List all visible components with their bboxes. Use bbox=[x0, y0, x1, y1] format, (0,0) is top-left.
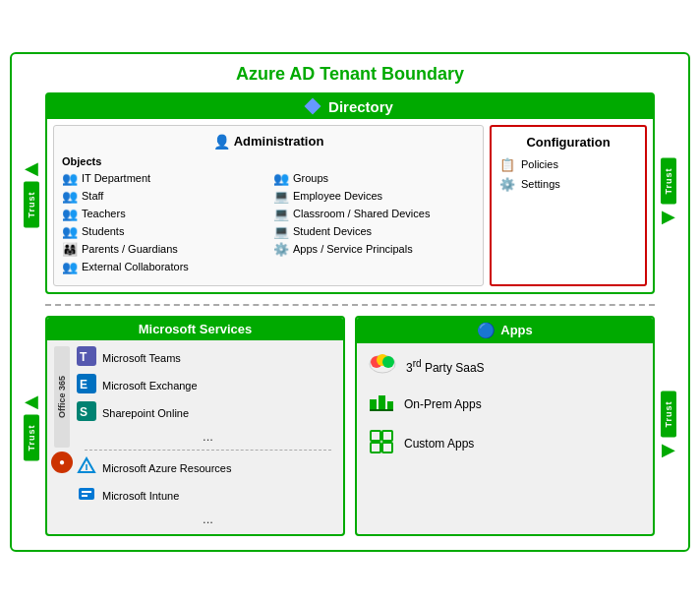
list-item: On-Prem Apps bbox=[369, 392, 641, 418]
list-item: 3rd Party SaaS bbox=[369, 353, 641, 380]
svg-rect-18 bbox=[370, 409, 393, 411]
diamond-icon bbox=[305, 98, 321, 115]
list-item: Custom Apps bbox=[369, 430, 641, 458]
left-trust-bottom: ◀ Trust bbox=[24, 391, 39, 460]
admin-col-1: 👥 IT Department 👥 Staff 👥 Teachers bbox=[62, 171, 263, 277]
apps-box: 🔵 Apps 3rd Party SaaS bbox=[355, 316, 655, 536]
list-item: E Microsoft Exchange bbox=[77, 374, 339, 397]
list-item: Microsoft Intune bbox=[77, 484, 339, 508]
staff-icon: 👥 bbox=[62, 189, 78, 204]
list-item: 💻 Student Devices bbox=[273, 224, 475, 239]
custom-apps-label: Custom Apps bbox=[404, 437, 474, 451]
objects-label: Objects bbox=[62, 155, 475, 167]
right-trust-dir: Trust ▶ bbox=[661, 157, 676, 227]
svg-rect-9 bbox=[82, 491, 91, 493]
emp-devices-icon: 💻 bbox=[273, 189, 289, 204]
directory-box: Directory 👤 Administration Objects 👥 IT bbox=[45, 92, 655, 294]
list-item: 👥 Students bbox=[62, 224, 263, 239]
tenant-title: Azure AD Tenant Boundary bbox=[26, 64, 674, 85]
list-item: ⚙️ Apps / Service Principals bbox=[273, 242, 475, 257]
ms-divider bbox=[85, 450, 331, 451]
left-trust-dir: ◀ Trust bbox=[24, 157, 39, 227]
intune-icon bbox=[77, 484, 96, 508]
main-container: Azure AD Tenant Boundary ◀ Trust Trust ▶… bbox=[10, 52, 690, 552]
apps-content: 3rd Party SaaS On-Prem Apps bbox=[357, 343, 653, 480]
it-dept-icon: 👥 bbox=[62, 171, 78, 186]
left-arrow-bottom: ◀ bbox=[25, 391, 38, 412]
saas-icon bbox=[369, 353, 396, 380]
teams-icon: T bbox=[77, 346, 96, 370]
trust-badge-right-bottom: Trust bbox=[661, 391, 676, 437]
svg-text:S: S bbox=[80, 405, 88, 419]
settings-icon: ⚙️ bbox=[499, 177, 515, 192]
teachers-icon: 👥 bbox=[62, 207, 78, 221]
trust-badge-left-bottom: Trust bbox=[24, 414, 39, 460]
svg-text:E: E bbox=[80, 378, 88, 392]
list-item: 👥 External Collaborators bbox=[62, 260, 263, 274]
external-icon: 👥 bbox=[62, 260, 78, 274]
trust-badge-left-dir: Trust bbox=[24, 181, 39, 227]
groups-icon: 👥 bbox=[273, 171, 289, 186]
svg-rect-19 bbox=[371, 431, 380, 441]
list-item: T Microsoft Teams bbox=[77, 346, 339, 370]
admin-icon: 👤 bbox=[213, 134, 230, 150]
parents-icon: 👨‍👩‍👧 bbox=[62, 242, 78, 257]
ms-dots-2: ... bbox=[77, 512, 339, 526]
office365-section: Office 365 ● bbox=[51, 346, 73, 528]
ms-items: T Microsoft Teams E Microsoft Exchange bbox=[77, 346, 339, 528]
list-item: 👥 Teachers bbox=[62, 207, 263, 221]
admin-col-2: 👥 Groups 💻 Employee Devices 💻 Classroom … bbox=[273, 171, 475, 277]
svg-rect-10 bbox=[82, 495, 88, 497]
list-item: 👨‍👩‍👧 Parents / Guardians bbox=[62, 242, 263, 257]
directory-header: Directory bbox=[47, 94, 653, 119]
directory-content: 👤 Administration Objects 👥 IT Department… bbox=[47, 119, 653, 292]
list-item: 💻 Classroom / Shared Devices bbox=[273, 207, 475, 221]
admin-box: 👤 Administration Objects 👥 IT Department… bbox=[53, 125, 484, 286]
apps-svc-icon: ⚙️ bbox=[273, 242, 289, 257]
custom-apps-icon bbox=[369, 430, 394, 458]
svg-rect-8 bbox=[79, 488, 94, 500]
policies-item: 📋 Policies bbox=[499, 157, 637, 172]
apps-header: 🔵 Apps bbox=[357, 318, 653, 343]
svg-rect-20 bbox=[382, 431, 392, 441]
svg-point-14 bbox=[382, 356, 394, 368]
directory-label: Directory bbox=[328, 98, 393, 115]
admin-columns: 👥 IT Department 👥 Staff 👥 Teachers bbox=[62, 171, 475, 277]
config-box: Configuration 📋 Policies ⚙️ Settings bbox=[490, 125, 647, 286]
openshift-icon: ● bbox=[51, 452, 73, 473]
ms-dots-1: ... bbox=[77, 429, 339, 444]
list-item: 👥 IT Department bbox=[62, 171, 263, 186]
svg-rect-22 bbox=[382, 443, 392, 452]
bottom-row: Microsoft Services Office 365 ● T bbox=[45, 316, 655, 536]
policies-icon: 📋 bbox=[499, 157, 515, 172]
trust-badge-right-dir: Trust bbox=[661, 157, 676, 204]
apps-header-icon: 🔵 bbox=[477, 322, 496, 339]
list-item: Microsoft Azure Resources bbox=[77, 456, 339, 480]
ms-header: Microsoft Services bbox=[47, 318, 343, 340]
list-item: 👥 Staff bbox=[62, 189, 263, 204]
settings-item: ⚙️ Settings bbox=[499, 177, 637, 192]
student-dev-icon: 💻 bbox=[273, 224, 289, 239]
config-title: Configuration bbox=[499, 135, 637, 150]
classroom-icon: 💻 bbox=[273, 207, 289, 221]
ms-content: Office 365 ● T Microsoft Teams bbox=[47, 340, 343, 528]
right-trust-bottom: Trust ▶ bbox=[661, 391, 676, 460]
svg-rect-21 bbox=[371, 443, 380, 452]
office365-badge: Office 365 bbox=[54, 346, 70, 448]
admin-title: 👤 Administration bbox=[62, 134, 475, 150]
azure-icon bbox=[77, 456, 96, 480]
sharepoint-icon: S bbox=[77, 401, 96, 425]
microsoft-services-box: Microsoft Services Office 365 ● T bbox=[45, 316, 345, 536]
list-item: S Sharepoint Online bbox=[77, 401, 339, 425]
exchange-icon: E bbox=[77, 374, 96, 397]
svg-text:T: T bbox=[80, 350, 88, 364]
onprem-icon bbox=[369, 392, 394, 418]
right-arrow-bottom: ▶ bbox=[662, 439, 675, 460]
left-arrow-dir: ◀ bbox=[25, 157, 38, 179]
dashed-divider bbox=[45, 304, 655, 306]
list-item: 👥 Groups bbox=[273, 171, 475, 186]
right-arrow-dir: ▶ bbox=[662, 207, 675, 228]
list-item: 💻 Employee Devices bbox=[273, 189, 475, 204]
svg-rect-16 bbox=[379, 395, 385, 411]
students-icon: 👥 bbox=[62, 224, 78, 239]
